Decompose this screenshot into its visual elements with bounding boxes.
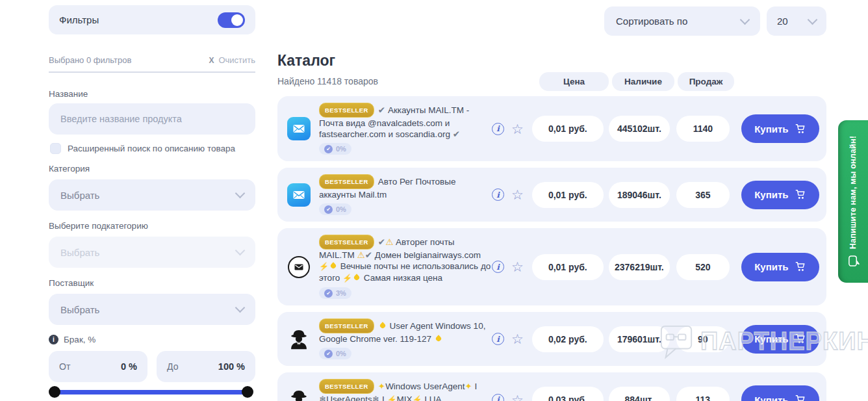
info-filled-icon [49,335,58,344]
sort-by-stock-button[interactable]: Наличие [612,72,674,91]
info-icon[interactable] [492,261,504,273]
filters-toggle[interactable] [218,12,245,28]
sales-pill: 520 [676,254,730,280]
defect-percent-badge: 0% [319,348,351,359]
product-title: BESTSELLER✔ Аккаунты MAIL.TM - Почта вид… [319,103,492,140]
defect-percent-value: 0% [336,350,346,357]
selected-filters-row: Выбрано 0 фильтров X Очистить [49,55,255,65]
product-icon [287,256,311,278]
defect-from-input[interactable]: От 0 % [49,351,147,382]
product-row: BESTSELLER User Agent Windows 10, Google… [277,312,826,366]
info-icon[interactable] [492,333,504,345]
price-pill: 0,01 руб. [532,116,604,142]
bestseller-badge: BESTSELLER [319,235,374,250]
defect-rate-row: Брак, % [49,335,96,344]
category-filter-label: Категория [49,164,90,174]
favorite-star-icon[interactable]: ☆ [511,260,524,274]
defect-range-slider[interactable] [49,386,253,398]
slider-track[interactable] [54,390,248,395]
buy-button[interactable]: Купить [741,385,819,401]
chevron-down-icon [235,303,246,313]
sales-pill: 113 [676,387,730,401]
filters-sidebar: Фильтры Выбрано 0 фильтров X Очистить На… [49,0,255,401]
stock-pill: 179601шт. [609,326,670,352]
product-row: BESTSELLER✔ Аккаунты MAIL.TM - Почта вид… [277,96,826,161]
product-title: BESTSELLERАвто Рег Почтовые аккаунты Mai… [319,174,492,200]
subcategory-select[interactable]: Выбрать [49,237,255,268]
clear-filters-button[interactable]: X Очистить [209,55,255,65]
cart-icon [795,261,806,272]
defect-percent-value: 3% [336,289,346,297]
slider-handle-max[interactable] [242,386,253,398]
bestseller-badge: BESTSELLER [319,103,374,118]
check-seal-icon [324,205,333,214]
x-icon: X [209,56,214,65]
cart-icon [795,123,806,135]
product-info: BESTSELLER✔⚠ Авторег почты MAIL.TM ⚠✔ До… [319,235,492,299]
info-icon[interactable] [492,188,504,201]
per-page-value: 20 [777,16,788,27]
mail-app-icon [287,183,311,207]
subcategory-filter-label: Выберите подкатегорию [49,221,148,231]
price-pill: 0,02 руб. [532,326,604,352]
chevron-down-icon [740,14,750,25]
chevron-down-icon [235,188,246,199]
to-value: 100 % [218,361,245,372]
defect-percent-badge: 0% [319,143,351,155]
supplier-select[interactable]: Выбрать [49,294,255,325]
bestseller-badge: BESTSELLER [319,379,374,394]
product-row: BESTSELLERАвто Рег Почтовые аккаунты Mai… [277,168,826,222]
bestseller-badge: BESTSELLER [319,174,374,189]
favorite-star-icon[interactable]: ☆ [511,122,524,136]
filters-header: Фильтры [49,5,255,34]
per-page-select[interactable]: 20 [767,6,826,36]
selected-filters-count: Выбрано 0 фильтров [49,55,131,65]
supplier-filter-label: Поставщик [49,278,94,288]
mail-circle-icon [288,256,310,278]
slider-handle-min[interactable] [49,386,60,398]
price-pill: 0,03 руб. [532,387,604,401]
product-icon [287,328,311,351]
toggle-knob-icon [231,14,243,26]
product-name-input[interactable] [49,103,255,135]
product-info: BESTSELLER✔ Аккаунты MAIL.TM - Почта вид… [319,103,492,155]
category-select[interactable]: Выбрать [49,179,255,211]
stock-pill: 2376219шт. [609,254,670,280]
product-info: BESTSELLERАвто Рег Почтовые аккаунты Mai… [319,174,492,215]
defect-percent-badge: 3% [319,287,351,299]
price-pill: 0,01 руб. [532,182,604,208]
sort-by-select[interactable]: Сортировать по [604,6,760,36]
to-label: До [167,361,178,372]
supplier-select-value: Выбрать [60,304,99,315]
sort-by-price-button[interactable]: Цена [539,72,609,91]
spy-icon [287,328,311,351]
info-icon[interactable] [492,123,504,135]
sales-pill: 90 [676,326,730,352]
product-icon [287,117,311,140]
speech-bubble-icon [847,255,860,267]
buy-button[interactable]: Купить [741,181,819,209]
cart-icon [795,189,806,200]
spy-icon [287,388,311,401]
buy-button[interactable]: Купить [741,325,819,354]
sort-by-label: Сортировать по [616,16,687,27]
favorite-star-icon[interactable]: ☆ [511,332,524,346]
buy-button[interactable]: Купить [741,253,819,281]
cart-icon [795,333,806,344]
info-icon[interactable] [492,394,504,401]
product-row: BESTSELLER✦Windows UserAgent✦ I ❄UserAge… [277,372,826,401]
sort-by-sales-button[interactable]: Продаж [678,72,734,91]
check-seal-icon [324,289,333,298]
subcategory-select-value: Выбрать [60,247,99,258]
favorite-star-icon[interactable]: ☆ [511,393,524,401]
defect-to-input[interactable]: До 100 % [157,351,255,382]
buy-button[interactable]: Купить [741,114,819,143]
chat-tab-content[interactable]: Напишите нам, мы онлайн! [838,120,868,283]
name-filter-label: Название [49,89,88,99]
bestseller-badge: BESTSELLER [319,318,374,333]
mail-app-icon [287,117,311,140]
extended-search-checkbox[interactable] [50,143,61,154]
buy-button-label: Купить [754,261,788,272]
category-select-value: Выбрать [60,190,99,201]
favorite-star-icon[interactable]: ☆ [511,188,524,201]
